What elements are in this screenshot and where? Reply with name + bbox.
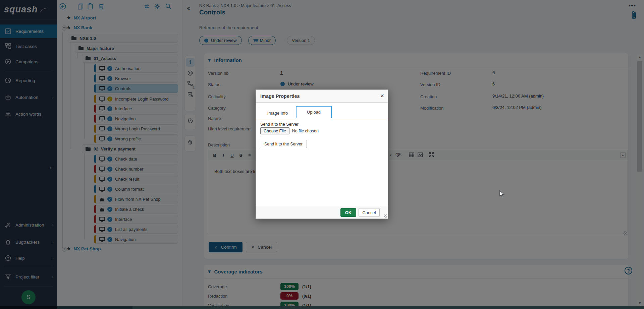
app-window: squash RequirementsTest casesCampaignsRe… [0,0,644,309]
tab-image-info[interactable]: Image Info [260,108,295,118]
dialog-footer: OK Cancel [256,206,388,219]
dialog-title-bar[interactable]: Image Properties [256,90,388,103]
dialog-cancel-button[interactable]: Cancel [359,208,380,217]
tab-upload[interactable]: Upload [296,106,332,118]
no-file-chosen-text: No file chosen [292,129,319,133]
dialog-close-icon[interactable]: × [380,92,384,99]
file-input-row: Choose File No file chosen [260,127,319,134]
dialog-tabs: Image Info Upload [256,106,388,118]
choose-file-button[interactable]: Choose File [260,127,289,134]
send-to-server-label: Send it to the Server [260,122,299,127]
send-to-server-button[interactable]: Send it to the Server [260,140,307,148]
ok-button[interactable]: OK [340,208,356,217]
image-properties-dialog: Image Properties × Image Info Upload Sen… [256,89,388,219]
dialog-resize-handle[interactable] [384,214,387,218]
dialog-title: Image Properties [260,94,300,99]
